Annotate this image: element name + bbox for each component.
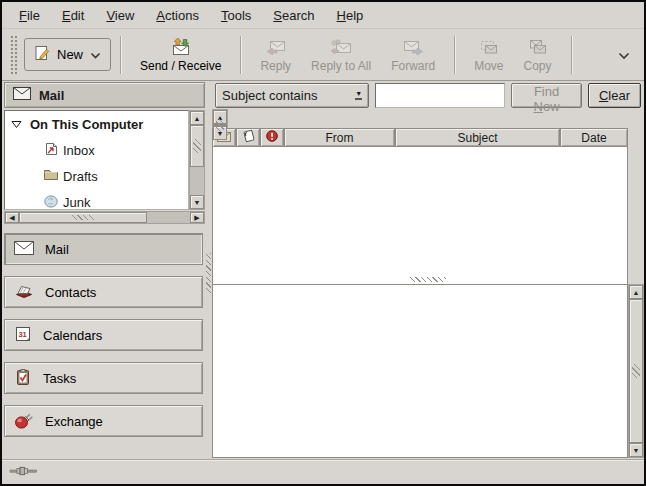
reply-to-all-button[interactable]: Reply to All	[301, 32, 381, 77]
menu-help[interactable]: Help	[326, 2, 375, 28]
clear-button[interactable]: Clear	[588, 83, 641, 108]
preview-body[interactable]	[212, 284, 628, 458]
combo-arrow-icon: ▼	[355, 90, 362, 100]
connector-icon[interactable]	[9, 463, 39, 481]
copy-label: Copy	[523, 59, 551, 73]
scroll-down-arrow-icon[interactable]: ▼	[190, 195, 204, 209]
search-filter-dropdown[interactable]: Subject contains ▼	[215, 83, 369, 108]
copy-button[interactable]: Copy	[513, 32, 561, 77]
toolbar-separator	[454, 36, 455, 74]
scrollbar-thumb[interactable]	[629, 299, 643, 443]
copy-icon	[526, 36, 548, 56]
scroll-right-arrow-icon[interactable]: ▶	[190, 212, 204, 223]
switcher-label: Contacts	[45, 285, 96, 300]
send-receive-label: Send / Receive	[140, 59, 221, 73]
column-from[interactable]: From	[284, 128, 395, 147]
switcher-contacts-button[interactable]: Contacts	[4, 276, 203, 308]
message-list-body[interactable]	[212, 147, 628, 294]
sidebar-title: Mail	[39, 88, 64, 103]
toolbar-drag-handle[interactable]	[9, 34, 17, 76]
switcher-label: Mail	[45, 242, 69, 257]
switcher-label: Calendars	[43, 328, 102, 343]
toolbar-separator	[120, 36, 121, 74]
tree-scrollbar-thumb[interactable]	[19, 212, 147, 223]
tree-item-label: Inbox	[63, 143, 95, 158]
tree-item-label: Drafts	[63, 169, 98, 184]
tree-vertical-scrollbar[interactable]: ▲ ▼	[189, 110, 205, 210]
folder-tree-panel: On This Computer Inbox Drafts Junk	[4, 110, 205, 223]
scrollbar-trough[interactable]	[147, 212, 190, 223]
tree-node-junk[interactable]: Junk	[5, 189, 188, 210]
search-filter-value: Subject contains	[222, 88, 317, 103]
tree-scrollbar-thumb[interactable]	[190, 125, 204, 167]
reply-button[interactable]: Reply	[250, 32, 301, 77]
menu-tools[interactable]: Tools	[210, 2, 262, 28]
switcher-tasks-button[interactable]: Tasks	[4, 362, 203, 394]
switcher-calendars-button[interactable]: 31 Calendars	[4, 319, 203, 351]
toolbar-overflow-button[interactable]	[618, 46, 630, 64]
main-toolbar: New Send / Receive Reply Reply to All Fo…	[2, 28, 644, 81]
compose-icon	[34, 45, 50, 64]
move-label: Move	[474, 59, 503, 73]
tree-node-inbox[interactable]: Inbox	[5, 137, 188, 163]
toolbar-separator	[240, 36, 241, 74]
sidebar-title-bar: Mail	[4, 82, 205, 108]
attachment-icon	[242, 129, 255, 146]
tree-item-label: Junk	[63, 195, 90, 210]
content-area: Mail On This Computer Inbox Drafts	[2, 81, 644, 459]
column-date[interactable]: Date	[560, 128, 628, 147]
tree-node-on-this-computer[interactable]: On This Computer	[5, 111, 188, 137]
search-bar: Subject contains ▼ Find Now Clear	[212, 81, 644, 109]
scrollbar-thumb[interactable]	[213, 124, 227, 126]
message-list-scrollbar[interactable]: ▲ ▼	[212, 109, 228, 128]
tree-root-label: On This Computer	[30, 117, 143, 132]
mail-icon	[13, 87, 31, 103]
forward-label: Forward	[391, 59, 435, 73]
message-list-header: From Subject Date	[212, 128, 628, 147]
tasks-icon	[14, 368, 32, 389]
scroll-down-arrow-icon[interactable]: ▼	[629, 443, 643, 457]
evolution-window: File Edit View Actions Tools Search Help…	[0, 0, 646, 486]
menu-edit[interactable]: Edit	[51, 2, 95, 28]
tree-horizontal-scrollbar[interactable]: ◀ ▶	[4, 211, 205, 224]
tree-node-drafts[interactable]: Drafts	[5, 163, 188, 189]
switcher-mail-button[interactable]: Mail	[4, 233, 203, 265]
chevron-down-icon	[618, 46, 630, 64]
new-button-label: New	[57, 47, 83, 62]
scroll-up-arrow-icon[interactable]: ▲	[629, 285, 643, 299]
scroll-up-arrow-icon[interactable]: ▲	[190, 111, 204, 125]
scroll-left-arrow-icon[interactable]: ◀	[5, 212, 19, 223]
menu-actions[interactable]: Actions	[145, 2, 210, 28]
preview-pane-splitter[interactable]	[212, 275, 644, 284]
search-input[interactable]	[375, 83, 505, 108]
new-button[interactable]: New	[24, 38, 111, 71]
find-now-button[interactable]: Find Now	[511, 83, 582, 108]
preview-scrollbar[interactable]: ▲ ▼	[628, 284, 644, 458]
send-receive-icon	[169, 36, 193, 56]
menu-file[interactable]: File	[8, 2, 51, 28]
move-button[interactable]: Move	[464, 32, 513, 77]
column-importance[interactable]	[260, 128, 284, 147]
reply-to-all-label: Reply to All	[311, 59, 371, 73]
mail-view: Subject contains ▼ Find Now Clear	[212, 81, 644, 459]
folder-tree: On This Computer Inbox Drafts Junk	[4, 110, 189, 210]
menu-view[interactable]: View	[95, 2, 145, 28]
column-subject[interactable]: Subject	[395, 128, 560, 147]
sidebar-splitter[interactable]	[205, 81, 212, 459]
folder-icon	[43, 168, 59, 184]
calendar-icon: 31	[14, 325, 32, 346]
status-bar	[2, 459, 644, 484]
menu-search[interactable]: Search	[262, 2, 325, 28]
sidebar: Mail On This Computer Inbox Drafts	[2, 81, 205, 459]
move-icon	[478, 36, 500, 56]
forward-button[interactable]: Forward	[381, 32, 445, 77]
expander-triangle-icon[interactable]	[11, 117, 22, 132]
switcher-label: Tasks	[43, 371, 76, 386]
contacts-icon	[14, 282, 34, 302]
send-receive-button[interactable]: Send / Receive	[130, 32, 231, 77]
svg-text:31: 31	[18, 329, 26, 338]
inbox-icon	[43, 141, 59, 160]
column-attachment[interactable]	[236, 128, 260, 147]
scrollbar-trough[interactable]	[190, 167, 204, 195]
switcher-exchange-button[interactable]: Exchange	[4, 405, 203, 437]
